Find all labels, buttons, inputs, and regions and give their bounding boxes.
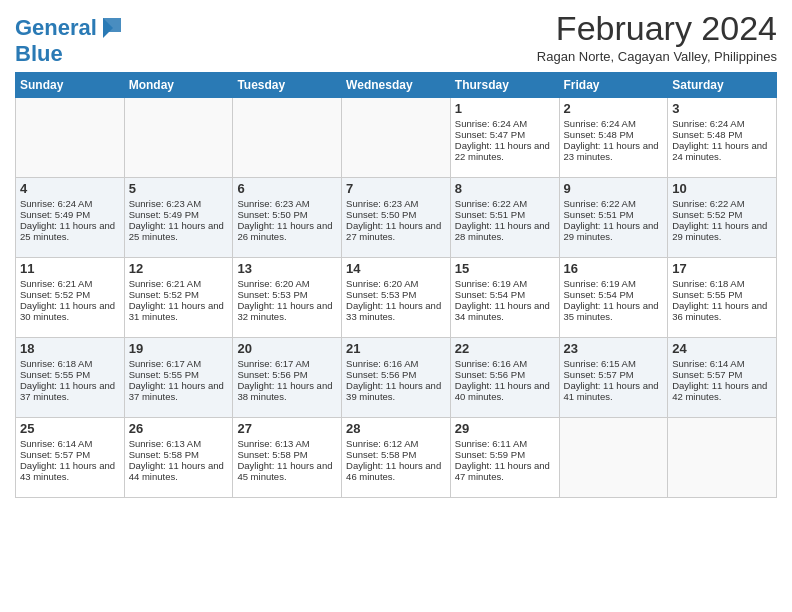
day-number: 20	[237, 341, 337, 356]
daylight-text: Daylight: 11 hours and 41 minutes.	[564, 380, 664, 402]
day-number: 17	[672, 261, 772, 276]
sunset-text: Sunset: 5:55 PM	[20, 369, 120, 380]
sunrise-text: Sunrise: 6:23 AM	[129, 198, 229, 209]
daylight-text: Daylight: 11 hours and 23 minutes.	[564, 140, 664, 162]
sunset-text: Sunset: 5:51 PM	[455, 209, 555, 220]
sunrise-text: Sunrise: 6:14 AM	[672, 358, 772, 369]
sunset-text: Sunset: 5:56 PM	[237, 369, 337, 380]
daylight-text: Daylight: 11 hours and 26 minutes.	[237, 220, 337, 242]
day-header-thursday: Thursday	[450, 73, 559, 98]
calendar-cell: 11Sunrise: 6:21 AMSunset: 5:52 PMDayligh…	[16, 258, 125, 338]
daylight-text: Daylight: 11 hours and 42 minutes.	[672, 380, 772, 402]
sunset-text: Sunset: 5:49 PM	[129, 209, 229, 220]
calendar-cell: 3Sunrise: 6:24 AMSunset: 5:48 PMDaylight…	[668, 98, 777, 178]
sunrise-text: Sunrise: 6:24 AM	[564, 118, 664, 129]
calendar-cell: 9Sunrise: 6:22 AMSunset: 5:51 PMDaylight…	[559, 178, 668, 258]
logo-text: General	[15, 16, 97, 40]
daylight-text: Daylight: 11 hours and 35 minutes.	[564, 300, 664, 322]
sunset-text: Sunset: 5:54 PM	[564, 289, 664, 300]
calendar-cell	[559, 418, 668, 498]
sunset-text: Sunset: 5:52 PM	[672, 209, 772, 220]
sunset-text: Sunset: 5:52 PM	[129, 289, 229, 300]
daylight-text: Daylight: 11 hours and 44 minutes.	[129, 460, 229, 482]
sunrise-text: Sunrise: 6:18 AM	[20, 358, 120, 369]
day-number: 2	[564, 101, 664, 116]
sunset-text: Sunset: 5:58 PM	[346, 449, 446, 460]
calendar-cell: 13Sunrise: 6:20 AMSunset: 5:53 PMDayligh…	[233, 258, 342, 338]
day-header-friday: Friday	[559, 73, 668, 98]
daylight-text: Daylight: 11 hours and 38 minutes.	[237, 380, 337, 402]
day-number: 29	[455, 421, 555, 436]
sunrise-text: Sunrise: 6:16 AM	[455, 358, 555, 369]
calendar-cell: 25Sunrise: 6:14 AMSunset: 5:57 PMDayligh…	[16, 418, 125, 498]
page: General Blue February 2024 Ragan Norte, …	[0, 0, 792, 612]
daylight-text: Daylight: 11 hours and 30 minutes.	[20, 300, 120, 322]
sunset-text: Sunset: 5:50 PM	[237, 209, 337, 220]
day-number: 14	[346, 261, 446, 276]
sunrise-text: Sunrise: 6:22 AM	[455, 198, 555, 209]
sunset-text: Sunset: 5:57 PM	[20, 449, 120, 460]
sunrise-text: Sunrise: 6:24 AM	[455, 118, 555, 129]
sunrise-text: Sunrise: 6:21 AM	[20, 278, 120, 289]
daylight-text: Daylight: 11 hours and 34 minutes.	[455, 300, 555, 322]
day-number: 6	[237, 181, 337, 196]
day-header-monday: Monday	[124, 73, 233, 98]
day-number: 9	[564, 181, 664, 196]
sunrise-text: Sunrise: 6:13 AM	[129, 438, 229, 449]
day-header-tuesday: Tuesday	[233, 73, 342, 98]
day-number: 11	[20, 261, 120, 276]
sunrise-text: Sunrise: 6:20 AM	[346, 278, 446, 289]
sunrise-text: Sunrise: 6:13 AM	[237, 438, 337, 449]
week-row-1: 1Sunrise: 6:24 AMSunset: 5:47 PMDaylight…	[16, 98, 777, 178]
day-number: 19	[129, 341, 229, 356]
calendar-cell: 27Sunrise: 6:13 AMSunset: 5:58 PMDayligh…	[233, 418, 342, 498]
sunset-text: Sunset: 5:48 PM	[564, 129, 664, 140]
title-area: February 2024 Ragan Norte, Cagayan Valle…	[537, 10, 777, 64]
sunrise-text: Sunrise: 6:24 AM	[672, 118, 772, 129]
day-number: 8	[455, 181, 555, 196]
sunrise-text: Sunrise: 6:12 AM	[346, 438, 446, 449]
sunset-text: Sunset: 5:58 PM	[237, 449, 337, 460]
sunset-text: Sunset: 5:55 PM	[672, 289, 772, 300]
calendar-cell: 23Sunrise: 6:15 AMSunset: 5:57 PMDayligh…	[559, 338, 668, 418]
sunset-text: Sunset: 5:54 PM	[455, 289, 555, 300]
calendar-cell: 5Sunrise: 6:23 AMSunset: 5:49 PMDaylight…	[124, 178, 233, 258]
sunset-text: Sunset: 5:56 PM	[455, 369, 555, 380]
sunrise-text: Sunrise: 6:24 AM	[20, 198, 120, 209]
week-row-2: 4Sunrise: 6:24 AMSunset: 5:49 PMDaylight…	[16, 178, 777, 258]
day-number: 21	[346, 341, 446, 356]
daylight-text: Daylight: 11 hours and 29 minutes.	[564, 220, 664, 242]
day-number: 4	[20, 181, 120, 196]
sunset-text: Sunset: 5:50 PM	[346, 209, 446, 220]
header: General Blue February 2024 Ragan Norte, …	[15, 10, 777, 66]
sunset-text: Sunset: 5:56 PM	[346, 369, 446, 380]
sunrise-text: Sunrise: 6:14 AM	[20, 438, 120, 449]
daylight-text: Daylight: 11 hours and 43 minutes.	[20, 460, 120, 482]
logo-text-blue: Blue	[15, 42, 127, 66]
calendar-cell: 4Sunrise: 6:24 AMSunset: 5:49 PMDaylight…	[16, 178, 125, 258]
sunset-text: Sunset: 5:55 PM	[129, 369, 229, 380]
sunrise-text: Sunrise: 6:22 AM	[564, 198, 664, 209]
sunset-text: Sunset: 5:59 PM	[455, 449, 555, 460]
sunset-text: Sunset: 5:52 PM	[20, 289, 120, 300]
week-row-4: 18Sunrise: 6:18 AMSunset: 5:55 PMDayligh…	[16, 338, 777, 418]
day-number: 26	[129, 421, 229, 436]
calendar-cell: 21Sunrise: 6:16 AMSunset: 5:56 PMDayligh…	[342, 338, 451, 418]
day-number: 23	[564, 341, 664, 356]
month-title: February 2024	[537, 10, 777, 47]
daylight-text: Daylight: 11 hours and 27 minutes.	[346, 220, 446, 242]
calendar-table: SundayMondayTuesdayWednesdayThursdayFrid…	[15, 72, 777, 498]
day-header-wednesday: Wednesday	[342, 73, 451, 98]
calendar-cell: 6Sunrise: 6:23 AMSunset: 5:50 PMDaylight…	[233, 178, 342, 258]
calendar-cell: 19Sunrise: 6:17 AMSunset: 5:55 PMDayligh…	[124, 338, 233, 418]
daylight-text: Daylight: 11 hours and 28 minutes.	[455, 220, 555, 242]
sunrise-text: Sunrise: 6:19 AM	[455, 278, 555, 289]
day-number: 3	[672, 101, 772, 116]
sunrise-text: Sunrise: 6:17 AM	[237, 358, 337, 369]
day-number: 16	[564, 261, 664, 276]
daylight-text: Daylight: 11 hours and 40 minutes.	[455, 380, 555, 402]
calendar-cell	[124, 98, 233, 178]
daylight-text: Daylight: 11 hours and 25 minutes.	[129, 220, 229, 242]
calendar-cell: 14Sunrise: 6:20 AMSunset: 5:53 PMDayligh…	[342, 258, 451, 338]
day-number: 25	[20, 421, 120, 436]
